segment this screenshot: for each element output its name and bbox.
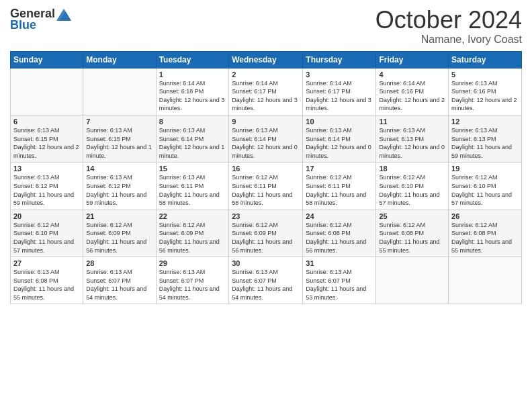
day-info: Sunrise: 6:12 AMSunset: 6:09 PMDaylight:… — [159, 221, 226, 255]
day-number: 5 — [451, 71, 519, 79]
day-number: 20 — [13, 212, 80, 220]
day-number: 18 — [379, 165, 445, 173]
day-cell: 1Sunrise: 6:14 AMSunset: 6:18 PMDaylight… — [156, 68, 229, 115]
weekday-header-thursday: Thursday — [303, 51, 376, 68]
day-number: 15 — [159, 165, 226, 173]
weekday-header-saturday: Saturday — [449, 51, 522, 68]
day-number: 2 — [232, 71, 300, 79]
page: General Blue October 2024 Namane, Ivory … — [0, 0, 532, 411]
day-info: Sunrise: 6:12 AMSunset: 6:08 PMDaylight:… — [306, 221, 373, 255]
day-number: 13 — [13, 165, 80, 173]
day-info: Sunrise: 6:14 AMSunset: 6:16 PMDaylight:… — [379, 79, 445, 113]
month-title: October 2024 — [375, 7, 522, 34]
day-info: Sunrise: 6:14 AMSunset: 6:17 PMDaylight:… — [306, 79, 373, 113]
day-cell: 16Sunrise: 6:12 AMSunset: 6:11 PMDayligh… — [229, 163, 303, 210]
day-cell: 9Sunrise: 6:13 AMSunset: 6:14 PMDaylight… — [229, 115, 303, 162]
weekday-header-wednesday: Wednesday — [229, 51, 303, 68]
day-cell: 11Sunrise: 6:13 AMSunset: 6:13 PMDayligh… — [376, 115, 449, 162]
title-area: October 2024 Namane, Ivory Coast — [375, 7, 522, 46]
week-row-2: 6Sunrise: 6:13 AMSunset: 6:15 PMDaylight… — [11, 115, 522, 162]
day-info: Sunrise: 6:13 AMSunset: 6:07 PMDaylight:… — [306, 268, 373, 302]
day-info: Sunrise: 6:13 AMSunset: 6:13 PMDaylight:… — [451, 126, 519, 160]
day-info: Sunrise: 6:12 AMSunset: 6:09 PMDaylight:… — [86, 221, 152, 255]
day-number: 11 — [379, 118, 445, 126]
week-row-1: 1Sunrise: 6:14 AMSunset: 6:18 PMDaylight… — [11, 68, 522, 115]
day-cell: 29Sunrise: 6:13 AMSunset: 6:07 PMDayligh… — [156, 257, 229, 304]
day-info: Sunrise: 6:13 AMSunset: 6:13 PMDaylight:… — [379, 126, 445, 160]
header: General Blue October 2024 Namane, Ivory … — [10, 7, 522, 46]
day-cell — [376, 257, 449, 304]
day-info: Sunrise: 6:13 AMSunset: 6:12 PMDaylight:… — [86, 173, 152, 207]
day-cell: 14Sunrise: 6:13 AMSunset: 6:12 PMDayligh… — [83, 163, 156, 210]
day-cell: 12Sunrise: 6:13 AMSunset: 6:13 PMDayligh… — [449, 115, 522, 162]
day-number: 21 — [86, 212, 152, 220]
day-cell: 26Sunrise: 6:12 AMSunset: 6:08 PMDayligh… — [449, 210, 522, 257]
day-cell: 23Sunrise: 6:12 AMSunset: 6:09 PMDayligh… — [229, 210, 303, 257]
day-number: 28 — [86, 259, 152, 267]
day-info: Sunrise: 6:12 AMSunset: 6:09 PMDaylight:… — [232, 221, 300, 255]
day-cell: 19Sunrise: 6:12 AMSunset: 6:10 PMDayligh… — [449, 163, 522, 210]
day-cell: 28Sunrise: 6:13 AMSunset: 6:07 PMDayligh… — [83, 257, 156, 304]
day-number: 4 — [379, 71, 445, 79]
week-row-3: 13Sunrise: 6:13 AMSunset: 6:12 PMDayligh… — [11, 163, 522, 210]
day-info: Sunrise: 6:13 AMSunset: 6:11 PMDaylight:… — [159, 173, 226, 207]
weekday-header-friday: Friday — [376, 51, 449, 68]
day-info: Sunrise: 6:13 AMSunset: 6:16 PMDaylight:… — [451, 79, 519, 113]
day-info: Sunrise: 6:12 AMSunset: 6:10 PMDaylight:… — [379, 173, 445, 207]
day-cell — [11, 68, 83, 115]
day-cell: 2Sunrise: 6:14 AMSunset: 6:17 PMDaylight… — [229, 68, 303, 115]
day-info: Sunrise: 6:13 AMSunset: 6:07 PMDaylight:… — [232, 268, 300, 302]
week-row-5: 27Sunrise: 6:13 AMSunset: 6:08 PMDayligh… — [11, 257, 522, 304]
day-number: 23 — [232, 212, 300, 220]
day-number: 9 — [232, 118, 300, 126]
day-cell: 20Sunrise: 6:12 AMSunset: 6:10 PMDayligh… — [11, 210, 83, 257]
day-cell: 7Sunrise: 6:13 AMSunset: 6:15 PMDaylight… — [83, 115, 156, 162]
day-info: Sunrise: 6:13 AMSunset: 6:07 PMDaylight:… — [159, 268, 226, 302]
day-number: 31 — [306, 259, 373, 267]
day-cell: 25Sunrise: 6:12 AMSunset: 6:08 PMDayligh… — [376, 210, 449, 257]
day-info: Sunrise: 6:13 AMSunset: 6:12 PMDaylight:… — [13, 173, 80, 207]
day-cell: 13Sunrise: 6:13 AMSunset: 6:12 PMDayligh… — [11, 163, 83, 210]
day-info: Sunrise: 6:12 AMSunset: 6:10 PMDaylight:… — [13, 221, 80, 255]
day-info: Sunrise: 6:13 AMSunset: 6:14 PMDaylight:… — [306, 126, 373, 160]
day-info: Sunrise: 6:13 AMSunset: 6:07 PMDaylight:… — [86, 268, 152, 302]
day-cell: 31Sunrise: 6:13 AMSunset: 6:07 PMDayligh… — [303, 257, 376, 304]
logo-blue-text: Blue — [10, 18, 36, 32]
day-number: 10 — [306, 118, 373, 126]
weekday-header-tuesday: Tuesday — [156, 51, 229, 68]
day-info: Sunrise: 6:13 AMSunset: 6:14 PMDaylight:… — [159, 126, 226, 160]
day-cell: 18Sunrise: 6:12 AMSunset: 6:10 PMDayligh… — [376, 163, 449, 210]
day-cell: 8Sunrise: 6:13 AMSunset: 6:14 PMDaylight… — [156, 115, 229, 162]
logo-icon — [56, 9, 71, 21]
day-info: Sunrise: 6:12 AMSunset: 6:10 PMDaylight:… — [451, 173, 519, 207]
day-cell — [449, 257, 522, 304]
day-info: Sunrise: 6:12 AMSunset: 6:11 PMDaylight:… — [232, 173, 300, 207]
day-info: Sunrise: 6:13 AMSunset: 6:15 PMDaylight:… — [86, 126, 152, 160]
day-number: 24 — [306, 212, 373, 220]
day-info: Sunrise: 6:13 AMSunset: 6:14 PMDaylight:… — [232, 126, 300, 160]
day-number: 8 — [159, 118, 226, 126]
day-cell: 10Sunrise: 6:13 AMSunset: 6:14 PMDayligh… — [303, 115, 376, 162]
day-cell — [83, 68, 156, 115]
day-number: 16 — [232, 165, 300, 173]
day-info: Sunrise: 6:12 AMSunset: 6:08 PMDaylight:… — [451, 221, 519, 255]
day-number: 12 — [451, 118, 519, 126]
day-cell: 4Sunrise: 6:14 AMSunset: 6:16 PMDaylight… — [376, 68, 449, 115]
day-number: 3 — [306, 71, 373, 79]
day-number: 17 — [306, 165, 373, 173]
day-info: Sunrise: 6:14 AMSunset: 6:18 PMDaylight:… — [159, 79, 226, 113]
day-info: Sunrise: 6:12 AMSunset: 6:08 PMDaylight:… — [379, 221, 445, 255]
day-cell: 22Sunrise: 6:12 AMSunset: 6:09 PMDayligh… — [156, 210, 229, 257]
day-cell: 21Sunrise: 6:12 AMSunset: 6:09 PMDayligh… — [83, 210, 156, 257]
weekday-header-sunday: Sunday — [11, 51, 83, 68]
day-number: 27 — [13, 259, 80, 267]
day-cell: 3Sunrise: 6:14 AMSunset: 6:17 PMDaylight… — [303, 68, 376, 115]
day-cell: 17Sunrise: 6:12 AMSunset: 6:11 PMDayligh… — [303, 163, 376, 210]
day-number: 1 — [159, 71, 226, 79]
day-number: 26 — [451, 212, 519, 220]
day-info: Sunrise: 6:13 AMSunset: 6:08 PMDaylight:… — [13, 268, 80, 302]
day-number: 14 — [86, 165, 152, 173]
logo: General Blue — [10, 7, 71, 32]
day-cell: 27Sunrise: 6:13 AMSunset: 6:08 PMDayligh… — [11, 257, 83, 304]
day-info: Sunrise: 6:12 AMSunset: 6:11 PMDaylight:… — [306, 173, 373, 207]
